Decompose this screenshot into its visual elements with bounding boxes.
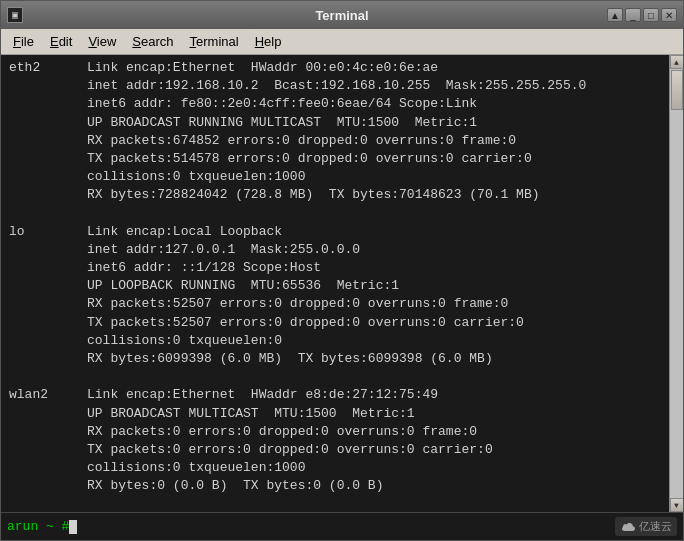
- close-button[interactable]: ✕: [661, 8, 677, 22]
- scroll-down-button[interactable]: ▼: [670, 498, 684, 512]
- menu-search[interactable]: Search: [124, 31, 181, 52]
- minimize-button[interactable]: _: [625, 8, 641, 22]
- terminal-window: ▣ Terminal ▲ _ □ ✕ File Edit View Search…: [0, 0, 684, 541]
- terminal-cursor: [69, 520, 77, 534]
- terminal-body: eth2 Link encap:Ethernet HWaddr 00:e0:4c…: [1, 55, 683, 512]
- scrollbar[interactable]: ▲ ▼: [669, 55, 683, 512]
- terminal-icon: ▣: [7, 7, 23, 23]
- up-arrow-button[interactable]: ▲: [607, 8, 623, 22]
- cloud-icon: [620, 521, 636, 533]
- scroll-thumb[interactable]: [671, 70, 683, 110]
- menu-file[interactable]: File: [5, 31, 42, 52]
- title-bar: ▣ Terminal ▲ _ □ ✕: [1, 1, 683, 29]
- watermark-area: 亿速云: [615, 517, 677, 536]
- terminal-prompt: arun ~ #: [7, 519, 69, 534]
- terminal-output[interactable]: eth2 Link encap:Ethernet HWaddr 00:e0:4c…: [1, 55, 669, 512]
- menu-edit[interactable]: Edit: [42, 31, 80, 52]
- title-bar-left: ▣: [7, 7, 23, 23]
- menubar: File Edit View Search Terminal Help: [1, 29, 683, 55]
- maximize-button[interactable]: □: [643, 8, 659, 22]
- scroll-up-button[interactable]: ▲: [670, 55, 684, 69]
- window-title: Terminal: [315, 8, 368, 23]
- menu-view[interactable]: View: [80, 31, 124, 52]
- status-bar: arun ~ # 亿速云: [1, 512, 683, 540]
- menu-terminal[interactable]: Terminal: [182, 31, 247, 52]
- watermark-text: 亿速云: [639, 519, 672, 534]
- icon-glyph: ▣: [12, 9, 18, 21]
- menu-help[interactable]: Help: [247, 31, 290, 52]
- window-controls: ▲ _ □ ✕: [607, 8, 677, 22]
- cloud-watermark: 亿速云: [615, 517, 677, 536]
- scroll-track[interactable]: [670, 69, 684, 498]
